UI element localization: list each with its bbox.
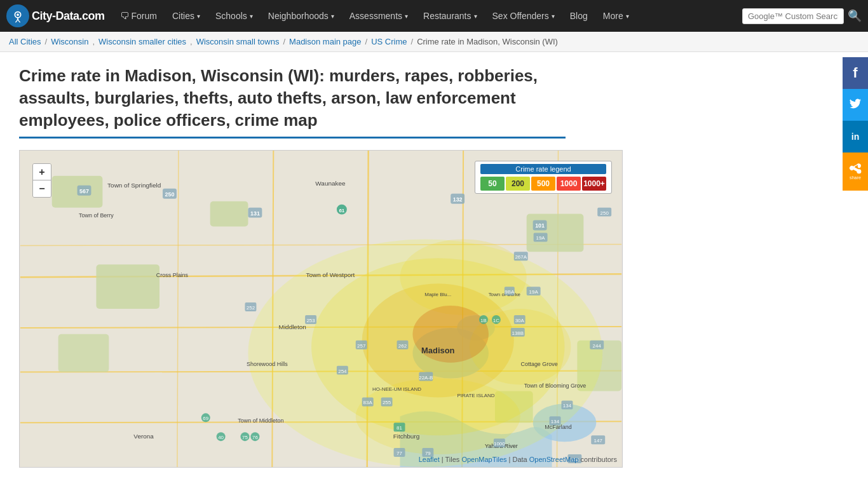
breadcrumb-sep-1b: , <box>92 37 95 46</box>
breadcrumb-sep-2: / <box>283 37 285 46</box>
svg-text:83A: 83A <box>363 400 373 406</box>
crime-rate-legend: Crime rate legend 50 200 500 1000 1000+ <box>475 161 612 194</box>
navbar: City-Data.com 🗨 Forum Cities ▾ Schools ▾… <box>0 0 868 32</box>
svg-text:252: 252 <box>247 305 255 311</box>
svg-text:Fitchburg: Fitchburg <box>393 433 420 440</box>
zoom-in-button[interactable]: + <box>33 164 51 180</box>
assessments-caret: ▾ <box>405 13 408 20</box>
nav-blog[interactable]: Blog <box>564 6 594 26</box>
svg-text:Verona: Verona <box>133 433 154 440</box>
facebook-button[interactable]: f <box>843 57 868 89</box>
search-input[interactable] <box>742 8 844 24</box>
cities-caret: ▾ <box>197 13 200 20</box>
svg-text:Madison: Madison <box>421 346 455 355</box>
svg-rect-18 <box>527 214 584 252</box>
zoom-out-button[interactable]: − <box>33 180 51 197</box>
nav-sex-offenders[interactable]: Sex Offenders ▾ <box>486 6 561 26</box>
svg-text:81: 81 <box>397 426 402 431</box>
legend-items: 50 200 500 1000 1000+ <box>480 177 606 191</box>
openstreetmap-link[interactable]: OpenStreetMap <box>529 456 579 463</box>
restaurants-caret: ▾ <box>474 13 477 20</box>
logo-text: City-Data.com <box>32 10 105 23</box>
svg-text:1B: 1B <box>480 318 487 323</box>
svg-text:Town of Blooming Grove: Town of Blooming Grove <box>524 383 587 390</box>
svg-text:69: 69 <box>203 416 208 422</box>
map-background: 567 250 131 61 132 101 Town of Springfie… <box>20 151 622 467</box>
breadcrumb-wi-small-towns[interactable]: Wisconsin small towns <box>196 37 280 46</box>
svg-text:share: share <box>850 175 861 180</box>
svg-text:Cross Plains: Cross Plains <box>156 272 189 278</box>
schools-caret: ▾ <box>250 13 253 20</box>
search-button[interactable]: 🔍 <box>848 9 862 23</box>
page-title: Crime rate in Madison, Wisconsin (WI): m… <box>19 65 566 139</box>
breadcrumb-all-cities[interactable]: All Cities <box>9 37 41 46</box>
svg-rect-16 <box>96 265 159 309</box>
svg-text:255: 255 <box>383 400 391 406</box>
svg-text:Shorewood Hills: Shorewood Hills <box>247 361 288 367</box>
nav-schools[interactable]: Schools ▾ <box>209 6 259 26</box>
svg-text:101: 101 <box>535 223 545 229</box>
svg-text:77: 77 <box>397 451 402 456</box>
twitter-button[interactable] <box>843 89 868 121</box>
logo-icon <box>6 4 29 27</box>
map-zoom-controls: + − <box>32 163 51 198</box>
openmap-tiles-link[interactable]: OpenMapTiles <box>461 456 506 463</box>
svg-text:75: 75 <box>242 435 248 440</box>
breadcrumb-sep-1c: , <box>190 37 193 46</box>
svg-text:9BA: 9BA <box>505 289 515 295</box>
svg-text:244: 244 <box>593 343 602 349</box>
forum-icon: 🗨 <box>120 11 129 21</box>
svg-text:Town of Berry: Town of Berry <box>79 212 114 219</box>
breadcrumb-wi-smaller[interactable]: Wisconsin smaller cities <box>98 37 186 46</box>
breadcrumb-wisconsin[interactable]: Wisconsin <box>51 37 88 46</box>
neighborhoods-caret: ▾ <box>331 13 334 20</box>
legend-item-1000: 1000 <box>557 177 581 191</box>
main-content: Crime rate in Madison, Wisconsin (WI): m… <box>0 52 832 480</box>
site-logo[interactable]: City-Data.com <box>6 4 105 27</box>
svg-text:134: 134 <box>563 403 572 409</box>
linkedin-button[interactable]: in <box>843 121 868 152</box>
svg-text:131: 131 <box>250 210 260 217</box>
nav-more[interactable]: More ▾ <box>597 6 635 26</box>
more-caret: ▾ <box>626 13 629 20</box>
twitter-icon <box>848 97 862 114</box>
svg-text:30A: 30A <box>515 318 525 323</box>
legend-item-500: 500 <box>531 177 555 191</box>
svg-text:Town of Westport: Town of Westport <box>306 271 355 278</box>
nav-assessments[interactable]: Assessments ▾ <box>343 6 414 26</box>
crime-map[interactable]: 567 250 131 61 132 101 Town of Springfie… <box>19 150 623 468</box>
svg-text:Cottage Grove: Cottage Grove <box>521 361 558 367</box>
breadcrumb-sep-1: / <box>45 37 48 46</box>
social-sidebar: f in share <box>843 57 868 191</box>
facebook-icon: f <box>853 65 857 81</box>
svg-text:262: 262 <box>398 343 407 349</box>
share-button[interactable]: share <box>843 152 868 191</box>
svg-text:Waunakee: Waunakee <box>315 180 346 187</box>
share-icon: share <box>848 160 862 184</box>
nav-cities[interactable]: Cities ▾ <box>166 6 207 26</box>
svg-text:76: 76 <box>252 435 258 440</box>
svg-text:Maple Blu...: Maple Blu... <box>424 292 451 297</box>
svg-text:1C: 1C <box>493 318 499 323</box>
svg-text:61: 61 <box>339 208 344 214</box>
svg-text:250: 250 <box>165 191 174 198</box>
svg-text:Middleton: Middleton <box>279 323 306 330</box>
breadcrumb-madison[interactable]: Madison main page <box>289 37 361 46</box>
map-attribution: Leaflet | Tiles OpenMapTiles | Data Open… <box>419 456 617 463</box>
svg-text:19A: 19A <box>529 289 539 295</box>
nav-forum[interactable]: 🗨 Forum <box>114 6 163 26</box>
nav-neighborhoods[interactable]: Neighborhoods ▾ <box>262 6 341 26</box>
breadcrumb-current: Crime rate in Madison, Wisconsin (WI) <box>417 37 558 46</box>
svg-text:253: 253 <box>306 318 315 323</box>
legend-item-200: 200 <box>506 177 530 191</box>
breadcrumb-sep-3: / <box>365 37 368 46</box>
nav-restaurants[interactable]: Restaurants ▾ <box>417 6 483 26</box>
legend-item-1000plus: 1000+ <box>582 177 606 191</box>
svg-text:132: 132 <box>453 196 463 203</box>
legend-title: Crime rate legend <box>480 164 606 174</box>
leaflet-link[interactable]: Leaflet <box>419 456 440 463</box>
breadcrumb-us-crime[interactable]: US Crime <box>371 37 407 46</box>
svg-text:HO-NEE-UM ISLAND: HO-NEE-UM ISLAND <box>372 387 421 393</box>
svg-text:40: 40 <box>218 435 224 440</box>
svg-text:19A: 19A <box>536 236 546 241</box>
